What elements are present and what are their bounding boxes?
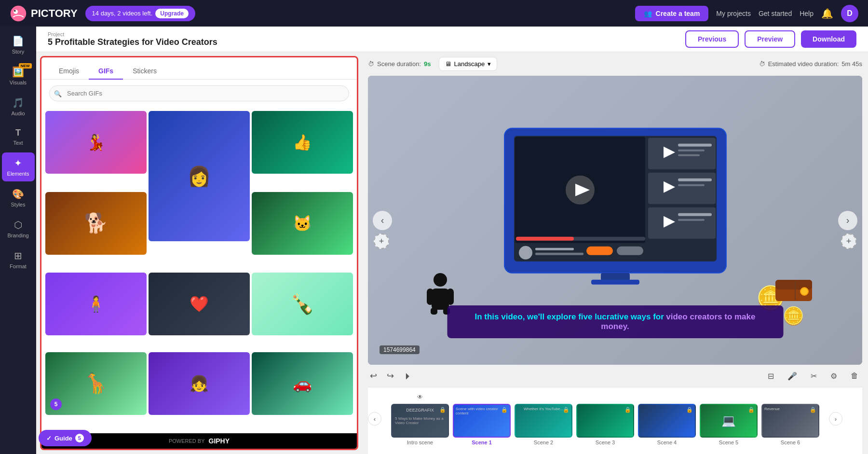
text-icon: T [15,128,21,138]
trial-text: 14 days, 2 videos left. [92,10,153,17]
thumb-2-overlay: 🔒 [563,407,570,413]
timeline-collapse-left[interactable]: ‹ [368,412,381,426]
sidebar-item-branding[interactable]: ⬡ Branding [2,214,35,243]
sidebar-item-format[interactable]: ⊞ Format [2,245,35,274]
gif-item-7[interactable]: ❤️ [149,273,250,335]
thumb-label-4: Scene 4 [657,440,677,445]
scene-thumb-5[interactable]: 💻 🔒 Scene 5 [700,404,758,445]
previous-button[interactable]: Previous [685,30,739,48]
timeline-expand-right[interactable]: › [829,412,842,426]
gif-item-2[interactable]: 👩 [149,111,250,241]
gif-item-3[interactable]: 👍 [252,111,353,174]
main-body: 📄 Story NEW 🖼️ Visuals 🎵 Audio T Text ✦ … [0,27,868,454]
elements-icon: ✦ [14,157,22,169]
sidebar-item-label-branding: Branding [7,233,28,238]
undo-button[interactable]: ↩ [368,369,379,383]
gif-item-11[interactable]: 🚗 [252,352,353,415]
project-breadcrumb: Project [48,31,217,37]
svg-rect-9 [516,236,574,240]
svg-rect-14 [678,154,700,156]
thumb-1-overlay: 🔒 [501,407,508,413]
media-tabs: Emojis GIFs Stickers [41,57,357,80]
search-gifs-input[interactable] [49,85,349,101]
delete-button[interactable]: 🗑 [847,370,862,382]
sidebar-item-styles[interactable]: 🎨 Styles [2,183,35,212]
get-started-link[interactable]: Get started [759,10,792,17]
prev-scene-arrow[interactable]: ‹ [373,211,392,230]
add-element-left-button[interactable]: + [374,234,389,249]
settings-button[interactable]: ⚙ [827,370,841,383]
redo-button[interactable]: ↪ [385,369,396,383]
thumb-label-intro: Intro scene [407,440,433,445]
timeline-row: ‹ 👁 DEEZGRAFIX 5 Ways to Make Money as a… [368,392,862,449]
svg-rect-13 [678,149,705,151]
chevron-down-icon: ▾ [488,60,491,68]
sidebar-item-text[interactable]: T Text [2,123,35,151]
gif-item-5[interactable]: 🐱 [252,192,353,255]
scene-caption: In this video, we'll explore five lucrat… [447,305,783,338]
people-icon: 👥 [644,10,652,17]
download-button[interactable]: Download [801,30,856,48]
pictory-logo-icon [10,5,27,22]
gif-item-4[interactable]: 🐕 [45,192,147,255]
orientation-select[interactable]: 🖥 Landscape ▾ [439,57,498,71]
tab-gifs[interactable]: GIFs [89,63,123,80]
logo[interactable]: PICTORY [10,5,78,22]
my-projects-link[interactable]: My projects [716,10,751,17]
avatar[interactable]: D [841,5,858,22]
search-wrap [49,85,349,101]
svg-rect-26 [586,246,613,255]
scene-thumb-3[interactable]: 🔒 Scene 3 [576,404,634,445]
gif-item-8[interactable]: 🍾 [252,273,353,335]
gif-item-10[interactable]: 👧 [149,352,250,415]
thumb-label-6: Scene 6 [781,440,800,445]
sidebar-item-story[interactable]: 📄 Story [2,30,35,59]
sidebar-item-audio[interactable]: 🎵 Audio [2,92,35,121]
scene-thumb-6[interactable]: Revenue 🔒 Scene 6 [761,404,819,445]
add-element-right-button[interactable]: + [841,234,856,249]
svg-rect-19 [648,207,716,238]
gif-item-6[interactable]: 🧍 [45,273,147,335]
upgrade-button[interactable]: Upgrade [155,9,189,18]
thumb-label-1: Scene 1 [472,440,492,445]
guide-button[interactable]: ✓ Guide 5 [39,430,92,446]
thumb-img-6: Revenue 🔒 [761,404,819,438]
thumb-img-2: Whether it's YouTube... 🔒 [515,404,572,438]
orientation-label: Landscape [454,60,485,68]
help-link[interactable]: Help [800,10,814,17]
thumb-label-5: Scene 5 [719,440,738,445]
top-nav: PICTORY 14 days, 2 videos left. Upgrade … [0,0,868,27]
cut-button[interactable]: ✂ [807,370,821,383]
create-team-button[interactable]: 👥 Create a team [635,6,709,21]
project-header: Project 5 Profitable Strategies for Vide… [36,27,868,52]
sidebar-item-elements[interactable]: ✦ Elements [2,152,35,181]
guide-badge: 5 [75,434,84,442]
scene-thumb-1[interactable]: Scene with video creator content 🔒 Scene… [453,404,511,445]
svg-rect-21 [678,213,712,216]
scene-thumb-4[interactable]: 🔒 Scene 4 [638,404,696,445]
next-scene-arrow[interactable]: › [838,211,857,230]
thumb-overlay-icon: 🔒 [439,407,446,413]
subtitles-button[interactable]: ⊟ [764,370,778,383]
gif-item-9[interactable]: 🦒 5 [45,352,147,415]
sidebar-item-label-styles: Styles [11,202,26,207]
scene-duration: ⏱ Scene duration: 9s [368,60,431,68]
gif-item-1[interactable]: 💃 [45,111,147,174]
svg-rect-39 [795,281,796,300]
play-button[interactable]: ⏵ [402,369,414,383]
tab-stickers[interactable]: Stickers [123,63,166,80]
svg-rect-32 [427,289,434,305]
left-sidebar: 📄 Story NEW 🖼️ Visuals 🎵 Audio T Text ✦ … [0,27,36,454]
svg-rect-10 [648,138,716,169]
notification-bell-icon[interactable]: 🔔 [821,8,833,19]
scene-thumb-intro[interactable]: 👁 DEEZGRAFIX 5 Ways to Make Money as a V… [391,392,449,445]
right-panel: ⏱ Scene duration: 9s 🖥 Landscape ▾ ⏱ Est… [362,52,868,454]
scene-thumb-2[interactable]: Whether it's YouTube... 🔒 Scene 2 [515,404,572,445]
content-area: Project 5 Profitable Strategies for Vide… [36,27,868,454]
sidebar-item-visuals[interactable]: NEW 🖼️ Visuals [2,61,35,90]
preview-button[interactable]: Preview [745,30,795,48]
guide-check-icon: ✓ [46,435,52,442]
tab-emojis[interactable]: Emojis [49,63,89,80]
thumb-img-3: 🔒 [576,404,634,438]
mic-button[interactable]: 🎤 [784,370,801,383]
